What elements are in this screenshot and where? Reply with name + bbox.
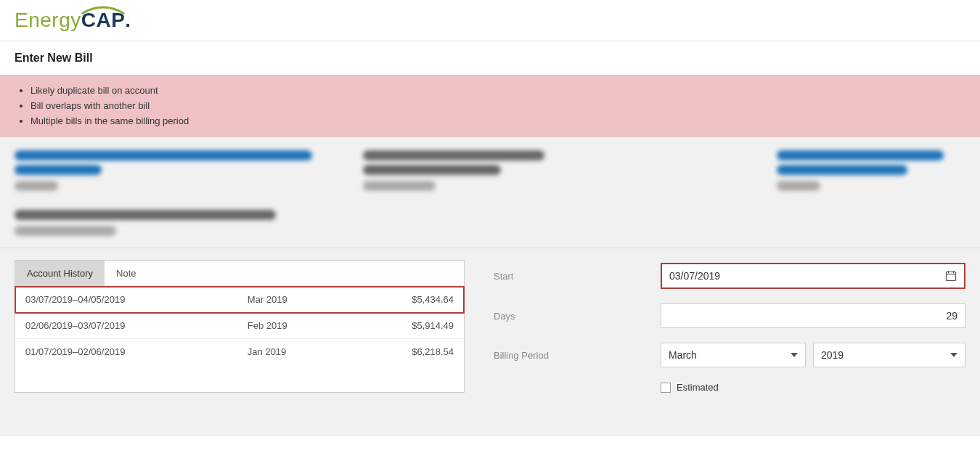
year-value: 2019 <box>821 349 844 361</box>
blurred-link[interactable] <box>15 150 312 160</box>
days-value: 29 <box>946 310 957 322</box>
history-amount: $5,914.49 <box>348 313 464 339</box>
form-row-billing-period: Billing Period March 2019 <box>494 343 965 367</box>
calendar-icon[interactable] <box>945 270 957 282</box>
bill-form: Start 03/07/2019 Days 29 Billing Period <box>494 260 965 393</box>
history-period: Jan 2019 <box>237 339 348 365</box>
blurred-label <box>777 181 820 191</box>
start-label: Start <box>494 271 661 282</box>
history-range: 03/07/2019–04/05/2019 <box>15 287 237 313</box>
history-range: 01/07/2019–02/06/2019 <box>15 339 237 365</box>
history-period: Mar 2019 <box>237 287 348 313</box>
lower-panel: Account History Note 03/07/2019–04/05/20… <box>0 248 980 436</box>
blurred-label <box>15 181 58 191</box>
logo: EnergyCAP. <box>15 9 131 32</box>
history-amount: $6,218.54 <box>348 339 464 365</box>
days-input[interactable]: 29 <box>661 303 965 328</box>
svg-rect-0 <box>947 272 956 281</box>
logo-text-left: Energy <box>15 9 81 32</box>
meta-vendor <box>777 150 965 236</box>
alert-item: Multiple bills in the same billing perio… <box>30 114 965 129</box>
history-period: Feb 2019 <box>237 313 348 339</box>
tab-note[interactable]: Note <box>105 261 147 286</box>
history-range: 02/06/2019–03/07/2019 <box>15 313 237 339</box>
alert-item: Likely duplicate bill on account <box>30 83 965 99</box>
estimated-row: Estimated <box>661 382 965 393</box>
alert-item: Bill overlaps with another bill <box>30 99 965 114</box>
blurred-link[interactable] <box>777 165 907 175</box>
blurred-code <box>15 210 276 220</box>
history-amount: $5,434.64 <box>348 287 464 313</box>
estimated-checkbox[interactable] <box>661 383 671 393</box>
table-row[interactable]: 03/07/2019–04/05/2019 Mar 2019 $5,434.64 <box>15 287 464 313</box>
table-row[interactable]: 02/06/2019–03/07/2019 Feb 2019 $5,914.49 <box>15 313 464 339</box>
blurred-label <box>15 226 116 236</box>
blurred-link[interactable] <box>15 165 102 175</box>
billing-period-label: Billing Period <box>494 350 661 361</box>
blurred-address <box>363 150 544 160</box>
start-date-value: 03/07/2019 <box>669 270 720 282</box>
days-label: Days <box>494 311 661 322</box>
page-title-bar: Enter New Bill <box>0 41 980 75</box>
year-select[interactable]: 2019 <box>813 343 965 367</box>
estimated-label: Estimated <box>677 382 719 393</box>
blurred-address <box>363 165 501 175</box>
blurred-label <box>363 181 436 191</box>
chevron-down-icon <box>950 353 957 357</box>
logo-dot: . <box>125 9 131 32</box>
meta-address <box>363 150 581 236</box>
blurred-link[interactable] <box>777 150 944 160</box>
page-title: Enter New Bill <box>15 52 965 65</box>
form-row-start: Start 03/07/2019 <box>494 263 965 289</box>
history-card: Account History Note 03/07/2019–04/05/20… <box>15 260 465 393</box>
chevron-down-icon <box>791 353 798 357</box>
alerts-banner: Likely duplicate bill on account Bill ov… <box>0 75 980 137</box>
alerts-list: Likely duplicate bill on account Bill ov… <box>30 83 965 128</box>
tab-account-history[interactable]: Account History <box>15 261 105 286</box>
table-row[interactable]: 01/07/2019–02/06/2019 Jan 2019 $6,218.54 <box>15 339 464 365</box>
form-row-days: Days 29 <box>494 303 965 328</box>
month-select[interactable]: March <box>661 343 806 367</box>
history-table: 03/07/2019–04/05/2019 Mar 2019 $5,434.64… <box>15 287 464 364</box>
header-bar: EnergyCAP. <box>0 0 980 41</box>
tabs: Account History Note <box>15 261 464 287</box>
meta-account <box>15 150 319 236</box>
logo-swoosh-icon <box>81 4 125 15</box>
account-meta-panel <box>0 137 980 248</box>
month-value: March <box>669 349 697 361</box>
start-date-input[interactable]: 03/07/2019 <box>661 263 965 289</box>
